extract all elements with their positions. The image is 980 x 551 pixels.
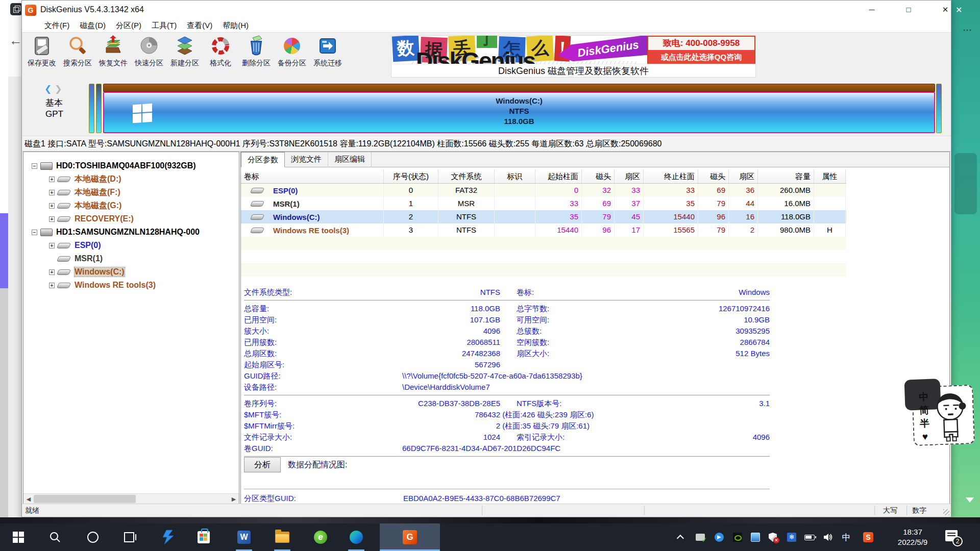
menu-item-4[interactable]: 查看(V) <box>182 20 217 32</box>
main-partition-bar[interactable]: Windows(C:) NTFS 118.0GB <box>103 92 935 133</box>
column-header-属性[interactable]: 属性 <box>814 169 846 183</box>
toolbar-button-恢复文件[interactable]: 恢复文件 <box>95 35 131 77</box>
tab-分区参数[interactable]: 分区参数 <box>241 152 285 167</box>
intel-tray-icon[interactable] <box>747 523 764 551</box>
column-header-文件系统[interactable]: 文件系统 <box>438 169 495 183</box>
scroll-right-icon[interactable]: ▶ <box>229 494 239 504</box>
resize-grip[interactable] <box>943 509 949 515</box>
battery-tray-icon[interactable] <box>801 523 818 551</box>
menu-item-1[interactable]: 磁盘(D) <box>75 20 111 32</box>
expand-icon[interactable]: + <box>49 216 55 222</box>
column-header-磁头[interactable]: 磁头 <box>698 169 729 183</box>
column-header-容量[interactable]: 容量 <box>758 169 814 183</box>
action-center-button[interactable]: 2 <box>945 530 961 544</box>
column-header-扇区[interactable]: 扇区 <box>615 169 644 183</box>
collapse-icon[interactable]: − <box>32 230 37 235</box>
tree-item-HD0:TOSHIBAMQ04ABF100(932GB)[interactable]: −HD0:TOSHIBAMQ04ABF100(932GB) <box>23 159 239 172</box>
menu-item-5[interactable]: 帮助(H) <box>217 20 254 32</box>
tree-item-ESP(0)[interactable]: +ESP(0) <box>23 239 239 252</box>
tree-item-本地磁盘(F:)[interactable]: +本地磁盘(F:) <box>23 186 239 199</box>
background-menu-icon[interactable]: ⋯ <box>963 24 972 36</box>
taskbar-app-cortana[interactable] <box>81 523 105 551</box>
toolbar-button-保存更改[interactable]: 保存更改 <box>24 35 60 77</box>
column-header-扇区[interactable]: 扇区 <box>729 169 758 183</box>
taskbar-app-store[interactable] <box>191 523 216 551</box>
table-row-ESP(0)[interactable]: ESP(0)0FAT3203233336936260.0MB <box>241 184 846 197</box>
ad-banner[interactable]: 数据丢了怎么！ DiskGenius DiskGenius 致电: 400-00… <box>391 35 756 78</box>
expand-icon[interactable]: + <box>49 177 55 182</box>
toolbar-button-系统迁移[interactable]: 系统迁移 <box>310 35 346 77</box>
volume-tray-icon[interactable] <box>819 523 837 551</box>
taskbar-app-file-explorer[interactable] <box>270 523 295 551</box>
menu-item-3[interactable]: 工具(T) <box>146 20 182 32</box>
toolbar-button-格式化[interactable]: 格式化 <box>203 35 238 77</box>
taskbar-clock[interactable]: 18:37 2022/5/9 <box>887 527 938 547</box>
column-header-标识[interactable]: 标识 <box>495 169 535 183</box>
expand-icon[interactable]: + <box>49 269 55 275</box>
tree-item-HD1:SAMSUNGMZNLN128HAHQ-000[interactable]: −HD1:SAMSUNGMZNLN128HAHQ-000 <box>23 226 239 239</box>
expand-icon[interactable]: + <box>49 243 55 248</box>
tray-expand-tray-icon[interactable] <box>673 523 690 551</box>
column-header-序号(状态)[interactable]: 序号(状态) <box>384 169 438 183</box>
taskbar-app-edge[interactable] <box>344 523 369 551</box>
tree-item-MSR(1)[interactable]: MSR(1) <box>23 252 239 265</box>
taskbar-app-thunder[interactable] <box>156 523 180 551</box>
tree-item-本地磁盘(D:)[interactable]: +本地磁盘(D:) <box>23 172 239 186</box>
tree-item-Windows(C:)[interactable]: +Windows(C:) <box>23 265 239 279</box>
sogou-ime-panel[interactable]: 中简半♥ <box>912 385 975 446</box>
defender-tray-icon[interactable]: ✕ <box>764 523 781 551</box>
taskbar-app-search[interactable] <box>43 523 67 551</box>
sogou-tray-icon[interactable]: S <box>860 523 877 551</box>
nvidia-tray-icon[interactable] <box>729 523 746 551</box>
prev-disk-icon[interactable]: ❮ <box>44 84 52 94</box>
tree-item-RECOVERY(E:)[interactable]: +RECOVERY(E:) <box>23 212 239 226</box>
scroll-left-icon[interactable]: ◀ <box>23 494 34 504</box>
banner-contact[interactable]: 致电: 400-008-9958 或点击此处选择QQ咨询 <box>647 36 755 65</box>
banner-qq-link[interactable]: 或点击此处选择QQ咨询 <box>648 50 754 64</box>
tab-浏览文件[interactable]: 浏览文件 <box>285 152 328 167</box>
small-partition-bar[interactable] <box>89 84 94 133</box>
taskbar-app-diskgenius[interactable]: G <box>380 523 440 551</box>
snowflake-tray-icon[interactable]: ❄ <box>783 523 800 551</box>
disk-nav-arrows[interactable]: ❮❯ <box>44 84 62 94</box>
expand-icon[interactable]: + <box>49 190 55 195</box>
collapse-icon[interactable]: − <box>32 163 37 169</box>
toolbar-button-删除分区[interactable]: 删除分区 <box>238 35 274 77</box>
taskbar-app-start[interactable] <box>6 523 31 551</box>
titlebar[interactable]: G DiskGenius V5.4.3.1342 x64 ─ □ ✕ <box>22 1 951 20</box>
expand-icon[interactable]: + <box>49 283 55 288</box>
ime-indicator[interactable]: 中 <box>838 523 855 551</box>
taskbar-app-task-view[interactable] <box>117 523 141 551</box>
column-header-终止柱面[interactable]: 终止柱面 <box>644 169 698 183</box>
column-header-卷标[interactable]: 卷标 <box>241 169 384 183</box>
back-arrow-icon[interactable]: ← <box>9 33 22 48</box>
column-header-磁头[interactable]: 磁头 <box>582 169 615 183</box>
close-button[interactable]: ✕ <box>933 2 958 18</box>
toolbar-button-快速分区[interactable]: 快速分区 <box>131 35 167 77</box>
table-row-Windows(C:)[interactable]: Windows(C:)2NTFS357945154409616118.0GB <box>241 210 846 223</box>
expand-icon[interactable]: + <box>49 203 55 209</box>
column-header-起始柱面[interactable]: 起始柱面 <box>535 169 582 183</box>
toolbar-button-搜索分区[interactable]: 搜索分区 <box>60 35 95 77</box>
scrollbar-thumb[interactable] <box>34 495 136 503</box>
minimize-button[interactable]: ─ <box>859 2 885 18</box>
small-partition-bar[interactable] <box>96 84 102 133</box>
small-partition-bar[interactable] <box>936 84 942 133</box>
taskbar-app-browser-360[interactable]: e <box>308 523 333 551</box>
window-restore-icon[interactable] <box>10 3 22 15</box>
device-tray-icon[interactable] <box>692 523 709 551</box>
menu-item-2[interactable]: 分区(P) <box>111 20 146 32</box>
table-row-Windows RE tools(3)[interactable]: Windows RE tools(3)3NTFS1544096171556579… <box>241 223 846 237</box>
tree-item-本地磁盘(G:)[interactable]: +本地磁盘(G:) <box>23 199 239 212</box>
tree-horizontal-scrollbar[interactable]: ◀ ▶ <box>23 493 239 504</box>
bird-tray-icon[interactable] <box>710 523 728 551</box>
toolbar-button-新建分区[interactable]: 新建分区 <box>167 35 203 77</box>
toolbar-button-备份分区[interactable]: 备份分区 <box>274 35 310 77</box>
tree-item-Windows RE tools(3)[interactable]: +Windows RE tools(3) <box>23 279 239 292</box>
next-disk-icon[interactable]: ❯ <box>55 84 62 94</box>
maximize-button[interactable]: □ <box>896 2 921 18</box>
taskbar-app-word[interactable]: W <box>232 523 256 551</box>
tab-扇区编辑[interactable]: 扇区编辑 <box>328 152 372 167</box>
menu-item-0[interactable]: 文件(F) <box>39 20 75 32</box>
analyze-button[interactable]: 分析 <box>244 457 281 472</box>
